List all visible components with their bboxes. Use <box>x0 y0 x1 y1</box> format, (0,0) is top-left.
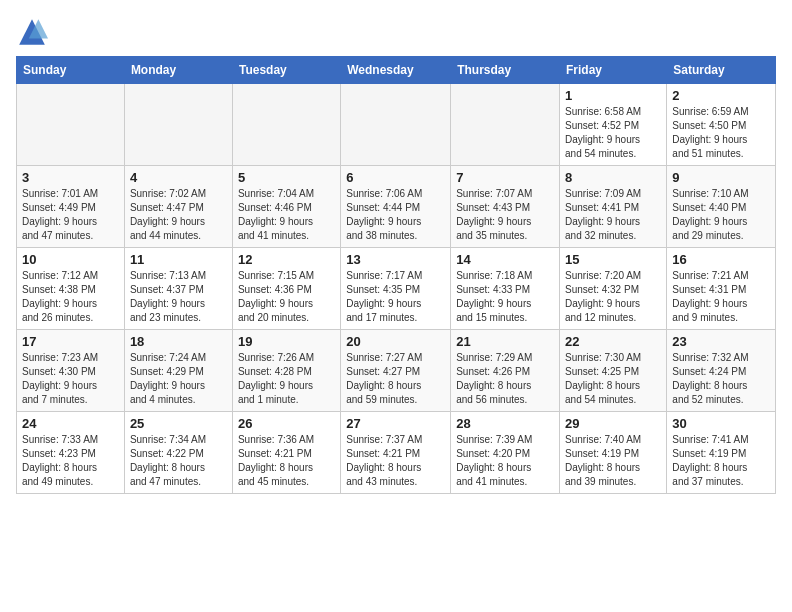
day-info: Sunrise: 7:37 AM Sunset: 4:21 PM Dayligh… <box>346 433 445 489</box>
calendar-cell: 26Sunrise: 7:36 AM Sunset: 4:21 PM Dayli… <box>232 412 340 494</box>
day-number: 27 <box>346 416 445 431</box>
day-number: 4 <box>130 170 227 185</box>
day-info: Sunrise: 7:09 AM Sunset: 4:41 PM Dayligh… <box>565 187 661 243</box>
day-info: Sunrise: 7:32 AM Sunset: 4:24 PM Dayligh… <box>672 351 770 407</box>
calendar-cell: 15Sunrise: 7:20 AM Sunset: 4:32 PM Dayli… <box>560 248 667 330</box>
calendar-cell <box>451 84 560 166</box>
calendar-week-row: 1Sunrise: 6:58 AM Sunset: 4:52 PM Daylig… <box>17 84 776 166</box>
day-number: 25 <box>130 416 227 431</box>
calendar-cell: 19Sunrise: 7:26 AM Sunset: 4:28 PM Dayli… <box>232 330 340 412</box>
day-number: 5 <box>238 170 335 185</box>
calendar-cell: 23Sunrise: 7:32 AM Sunset: 4:24 PM Dayli… <box>667 330 776 412</box>
calendar-cell: 17Sunrise: 7:23 AM Sunset: 4:30 PM Dayli… <box>17 330 125 412</box>
column-header-thursday: Thursday <box>451 57 560 84</box>
day-number: 19 <box>238 334 335 349</box>
day-number: 16 <box>672 252 770 267</box>
day-info: Sunrise: 7:24 AM Sunset: 4:29 PM Dayligh… <box>130 351 227 407</box>
calendar-cell: 10Sunrise: 7:12 AM Sunset: 4:38 PM Dayli… <box>17 248 125 330</box>
calendar-cell: 7Sunrise: 7:07 AM Sunset: 4:43 PM Daylig… <box>451 166 560 248</box>
day-info: Sunrise: 7:04 AM Sunset: 4:46 PM Dayligh… <box>238 187 335 243</box>
day-number: 21 <box>456 334 554 349</box>
day-number: 17 <box>22 334 119 349</box>
logo <box>16 16 52 48</box>
day-number: 2 <box>672 88 770 103</box>
day-info: Sunrise: 7:39 AM Sunset: 4:20 PM Dayligh… <box>456 433 554 489</box>
day-info: Sunrise: 7:40 AM Sunset: 4:19 PM Dayligh… <box>565 433 661 489</box>
calendar-week-row: 24Sunrise: 7:33 AM Sunset: 4:23 PM Dayli… <box>17 412 776 494</box>
page-header <box>16 16 776 48</box>
day-info: Sunrise: 7:07 AM Sunset: 4:43 PM Dayligh… <box>456 187 554 243</box>
calendar-header-row: SundayMondayTuesdayWednesdayThursdayFrid… <box>17 57 776 84</box>
column-header-wednesday: Wednesday <box>341 57 451 84</box>
day-info: Sunrise: 7:15 AM Sunset: 4:36 PM Dayligh… <box>238 269 335 325</box>
logo-icon <box>16 16 48 48</box>
calendar-cell <box>232 84 340 166</box>
day-info: Sunrise: 7:41 AM Sunset: 4:19 PM Dayligh… <box>672 433 770 489</box>
day-number: 7 <box>456 170 554 185</box>
calendar-cell: 18Sunrise: 7:24 AM Sunset: 4:29 PM Dayli… <box>124 330 232 412</box>
calendar-cell: 1Sunrise: 6:58 AM Sunset: 4:52 PM Daylig… <box>560 84 667 166</box>
calendar-cell: 6Sunrise: 7:06 AM Sunset: 4:44 PM Daylig… <box>341 166 451 248</box>
column-header-tuesday: Tuesday <box>232 57 340 84</box>
calendar-cell: 8Sunrise: 7:09 AM Sunset: 4:41 PM Daylig… <box>560 166 667 248</box>
day-info: Sunrise: 7:06 AM Sunset: 4:44 PM Dayligh… <box>346 187 445 243</box>
calendar-table: SundayMondayTuesdayWednesdayThursdayFrid… <box>16 56 776 494</box>
calendar-cell: 3Sunrise: 7:01 AM Sunset: 4:49 PM Daylig… <box>17 166 125 248</box>
day-number: 23 <box>672 334 770 349</box>
day-number: 11 <box>130 252 227 267</box>
calendar-cell: 28Sunrise: 7:39 AM Sunset: 4:20 PM Dayli… <box>451 412 560 494</box>
calendar-cell: 29Sunrise: 7:40 AM Sunset: 4:19 PM Dayli… <box>560 412 667 494</box>
day-info: Sunrise: 7:27 AM Sunset: 4:27 PM Dayligh… <box>346 351 445 407</box>
calendar-cell: 25Sunrise: 7:34 AM Sunset: 4:22 PM Dayli… <box>124 412 232 494</box>
day-number: 3 <box>22 170 119 185</box>
calendar-cell <box>17 84 125 166</box>
day-info: Sunrise: 7:12 AM Sunset: 4:38 PM Dayligh… <box>22 269 119 325</box>
calendar-cell: 27Sunrise: 7:37 AM Sunset: 4:21 PM Dayli… <box>341 412 451 494</box>
day-info: Sunrise: 7:29 AM Sunset: 4:26 PM Dayligh… <box>456 351 554 407</box>
calendar-cell: 2Sunrise: 6:59 AM Sunset: 4:50 PM Daylig… <box>667 84 776 166</box>
calendar-cell: 21Sunrise: 7:29 AM Sunset: 4:26 PM Dayli… <box>451 330 560 412</box>
day-number: 9 <box>672 170 770 185</box>
day-number: 22 <box>565 334 661 349</box>
day-info: Sunrise: 7:33 AM Sunset: 4:23 PM Dayligh… <box>22 433 119 489</box>
calendar-cell: 13Sunrise: 7:17 AM Sunset: 4:35 PM Dayli… <box>341 248 451 330</box>
day-info: Sunrise: 7:17 AM Sunset: 4:35 PM Dayligh… <box>346 269 445 325</box>
column-header-sunday: Sunday <box>17 57 125 84</box>
calendar-week-row: 3Sunrise: 7:01 AM Sunset: 4:49 PM Daylig… <box>17 166 776 248</box>
day-number: 1 <box>565 88 661 103</box>
calendar-cell: 22Sunrise: 7:30 AM Sunset: 4:25 PM Dayli… <box>560 330 667 412</box>
day-info: Sunrise: 7:34 AM Sunset: 4:22 PM Dayligh… <box>130 433 227 489</box>
day-number: 8 <box>565 170 661 185</box>
day-info: Sunrise: 6:59 AM Sunset: 4:50 PM Dayligh… <box>672 105 770 161</box>
column-header-friday: Friday <box>560 57 667 84</box>
day-number: 12 <box>238 252 335 267</box>
day-number: 10 <box>22 252 119 267</box>
day-number: 20 <box>346 334 445 349</box>
day-number: 24 <box>22 416 119 431</box>
calendar-week-row: 17Sunrise: 7:23 AM Sunset: 4:30 PM Dayli… <box>17 330 776 412</box>
day-number: 15 <box>565 252 661 267</box>
calendar-cell: 9Sunrise: 7:10 AM Sunset: 4:40 PM Daylig… <box>667 166 776 248</box>
day-info: Sunrise: 7:30 AM Sunset: 4:25 PM Dayligh… <box>565 351 661 407</box>
day-number: 28 <box>456 416 554 431</box>
day-info: Sunrise: 7:20 AM Sunset: 4:32 PM Dayligh… <box>565 269 661 325</box>
calendar-cell: 24Sunrise: 7:33 AM Sunset: 4:23 PM Dayli… <box>17 412 125 494</box>
day-number: 13 <box>346 252 445 267</box>
day-number: 18 <box>130 334 227 349</box>
day-info: Sunrise: 7:01 AM Sunset: 4:49 PM Dayligh… <box>22 187 119 243</box>
day-info: Sunrise: 7:10 AM Sunset: 4:40 PM Dayligh… <box>672 187 770 243</box>
calendar-week-row: 10Sunrise: 7:12 AM Sunset: 4:38 PM Dayli… <box>17 248 776 330</box>
calendar-cell: 16Sunrise: 7:21 AM Sunset: 4:31 PM Dayli… <box>667 248 776 330</box>
day-info: Sunrise: 6:58 AM Sunset: 4:52 PM Dayligh… <box>565 105 661 161</box>
day-info: Sunrise: 7:02 AM Sunset: 4:47 PM Dayligh… <box>130 187 227 243</box>
day-number: 6 <box>346 170 445 185</box>
calendar-cell: 5Sunrise: 7:04 AM Sunset: 4:46 PM Daylig… <box>232 166 340 248</box>
day-number: 29 <box>565 416 661 431</box>
calendar-cell <box>341 84 451 166</box>
day-info: Sunrise: 7:13 AM Sunset: 4:37 PM Dayligh… <box>130 269 227 325</box>
day-info: Sunrise: 7:23 AM Sunset: 4:30 PM Dayligh… <box>22 351 119 407</box>
calendar-cell: 20Sunrise: 7:27 AM Sunset: 4:27 PM Dayli… <box>341 330 451 412</box>
calendar-cell <box>124 84 232 166</box>
day-info: Sunrise: 7:18 AM Sunset: 4:33 PM Dayligh… <box>456 269 554 325</box>
calendar-cell: 30Sunrise: 7:41 AM Sunset: 4:19 PM Dayli… <box>667 412 776 494</box>
